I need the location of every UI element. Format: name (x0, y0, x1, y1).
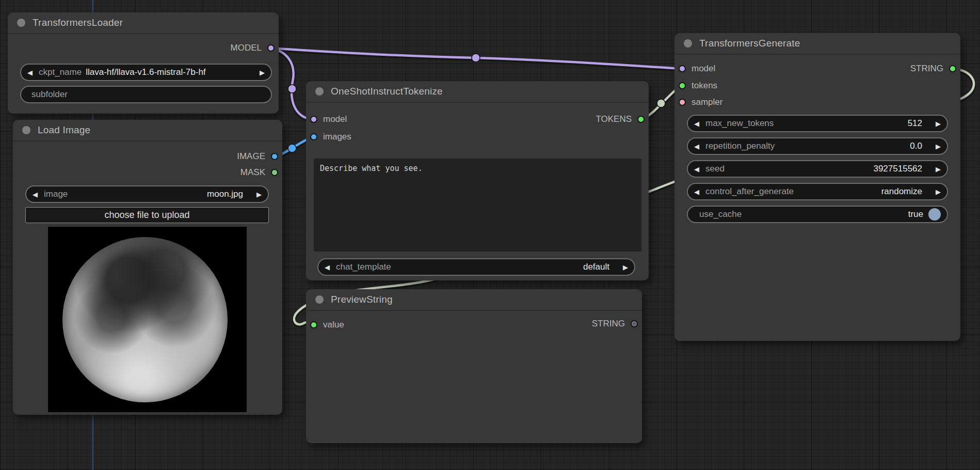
toggle-on-icon[interactable] (928, 208, 941, 221)
number-widget-repetition-penalty[interactable]: ◀ repetition_penalty 0.0 ▶ (687, 137, 948, 155)
toggle-widget-use-cache[interactable]: use_cache true (687, 206, 948, 223)
node-title: TransformersLoader (33, 17, 123, 28)
increment-arrow-icon[interactable]: ▶ (617, 264, 628, 271)
combo-widget-ckpt-name[interactable]: ◀ ckpt_name llava-hf/llava-v1.6-mistral-… (20, 64, 272, 81)
widget-value: 0.0 (910, 141, 929, 151)
output-dot-string[interactable] (949, 65, 956, 72)
output-label: STRING (592, 319, 625, 329)
widget-label: control_after_generate (705, 186, 794, 197)
output-slot-string[interactable]: STRING (592, 318, 638, 330)
graph-canvas[interactable]: TransformersLoader MODEL ◀ ckpt_name lla… (0, 0, 980, 470)
collapse-dot-icon[interactable] (17, 19, 25, 27)
increment-arrow-icon[interactable]: ▶ (929, 143, 941, 150)
input-dot-model[interactable] (679, 65, 686, 72)
widget-label: seed (705, 164, 725, 174)
node-previewstring[interactable]: PreviewString value STRING (306, 289, 642, 443)
input-label: model (692, 64, 715, 74)
input-dot-sampler[interactable] (679, 99, 686, 106)
output-slot-mask[interactable]: MASK (240, 167, 278, 178)
text-widget-subfolder[interactable]: subfolder (20, 86, 272, 103)
node-title: Load Image (38, 124, 90, 136)
output-label: MODEL (231, 43, 262, 53)
upload-button[interactable]: choose file to upload (25, 207, 269, 223)
widget-value: 512 (908, 118, 929, 129)
link-dot[interactable] (288, 85, 296, 93)
output-label: TOKENS (596, 114, 632, 124)
collapse-dot-icon[interactable] (315, 87, 324, 96)
collapse-dot-icon[interactable] (315, 295, 324, 304)
link-dot[interactable] (472, 54, 480, 62)
input-dot-value[interactable] (310, 321, 317, 328)
decrement-arrow-icon[interactable]: ◀ (325, 264, 336, 271)
input-dot-model[interactable] (310, 116, 317, 123)
input-dot-images[interactable] (310, 133, 317, 140)
input-slot-sampler[interactable]: sampler (679, 97, 722, 108)
output-dot-model[interactable] (267, 44, 275, 52)
widget-value: randomize (881, 186, 929, 197)
node-header[interactable]: TransformersLoader (8, 12, 279, 34)
input-slot-value[interactable]: value (310, 319, 344, 331)
combo-widget-image[interactable]: ◀ image moon.jpg ▶ (25, 185, 269, 203)
node-header[interactable]: Load Image (13, 120, 282, 142)
output-label: STRING (910, 64, 943, 74)
widget-label: subfolder (27, 89, 68, 100)
decrement-arrow-icon[interactable]: ◀ (33, 191, 44, 198)
output-dot-image[interactable] (271, 153, 278, 160)
moon-image (62, 237, 228, 402)
widget-label: max_new_tokens (705, 118, 774, 129)
decrement-arrow-icon[interactable]: ◀ (27, 69, 39, 76)
widget-value: 3927515562 (873, 164, 929, 174)
widget-label: image (44, 189, 68, 199)
widget-label: ckpt_name (39, 67, 82, 77)
combo-widget-chat-template[interactable]: ◀ chat_template default ▶ (317, 258, 635, 276)
combo-widget-control-after-generate[interactable]: ◀ control_after_generate randomize ▶ (687, 183, 948, 200)
node-title: TransformersGenerate (699, 38, 800, 49)
decrement-arrow-icon[interactable]: ◀ (694, 189, 705, 195)
widget-value: moon.jpg (207, 189, 250, 199)
node-header[interactable]: OneShotInstructTokenize (306, 81, 649, 103)
node-transformersgenerate[interactable]: TransformersGenerate model tokens sample… (674, 33, 960, 341)
widget-label: use_cache (694, 209, 742, 220)
input-slot-tokens[interactable]: tokens (679, 80, 717, 91)
link-dot[interactable] (288, 144, 296, 152)
link-dot[interactable] (657, 99, 665, 107)
input-slot-images[interactable]: images (310, 131, 351, 143)
increment-arrow-icon[interactable]: ▶ (250, 191, 262, 198)
number-widget-seed[interactable]: ◀ seed 3927515562 ▶ (687, 160, 948, 178)
widget-value: llava-hf/llava-v1.6-mistral-7b-hf (86, 67, 205, 77)
output-dot-mask[interactable] (271, 169, 278, 176)
input-slot-model[interactable]: model (310, 114, 347, 125)
input-slot-model[interactable]: model (679, 63, 715, 74)
increment-arrow-icon[interactable]: ▶ (929, 189, 941, 195)
widget-label: repetition_penalty (705, 141, 775, 151)
increment-arrow-icon[interactable]: ▶ (253, 69, 265, 76)
node-load-image[interactable]: Load Image IMAGE MASK ◀ image moon.jpg ▶… (13, 120, 282, 415)
output-slot-string[interactable]: STRING (910, 63, 956, 74)
output-slot-model[interactable]: MODEL (231, 42, 275, 54)
output-label: MASK (240, 167, 265, 178)
input-label: model (323, 114, 347, 124)
output-label: IMAGE (237, 151, 265, 162)
node-header[interactable]: TransformersGenerate (674, 33, 960, 55)
output-dot-tokens[interactable] (637, 116, 645, 123)
prompt-textarea[interactable]: Describe what you see. (314, 159, 641, 252)
input-label: value (323, 320, 344, 330)
increment-arrow-icon[interactable]: ▶ (929, 166, 941, 173)
input-label: tokens (692, 81, 717, 91)
decrement-arrow-icon[interactable]: ◀ (694, 120, 705, 127)
output-slot-tokens[interactable]: TOKENS (596, 114, 645, 125)
collapse-dot-icon[interactable] (22, 126, 30, 134)
increment-arrow-icon[interactable]: ▶ (929, 120, 941, 127)
node-transformersloader[interactable]: TransformersLoader MODEL ◀ ckpt_name lla… (8, 12, 279, 114)
node-title: PreviewString (331, 294, 393, 305)
decrement-arrow-icon[interactable]: ◀ (694, 143, 705, 150)
node-oneshotinstructtokenize[interactable]: OneShotInstructTokenize model images TOK… (306, 81, 649, 280)
node-header[interactable]: PreviewString (306, 289, 642, 311)
number-widget-max-new-tokens[interactable]: ◀ max_new_tokens 512 ▶ (687, 115, 948, 132)
output-slot-image[interactable]: IMAGE (237, 151, 278, 162)
output-dot-string[interactable] (631, 320, 638, 327)
collapse-dot-icon[interactable] (684, 39, 692, 48)
decrement-arrow-icon[interactable]: ◀ (694, 166, 705, 173)
input-label: sampler (692, 97, 722, 107)
input-dot-tokens[interactable] (679, 82, 686, 89)
